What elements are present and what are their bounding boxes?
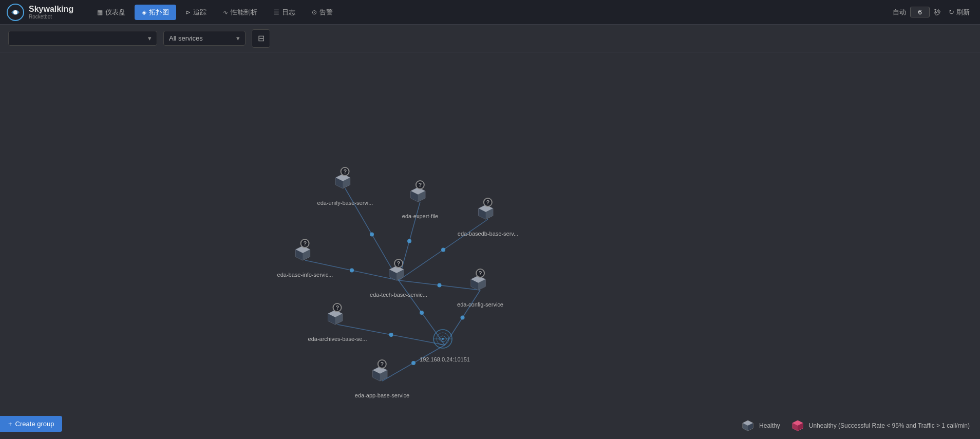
question-badge: ? [394,259,403,268]
seconds-input[interactable] [910,7,930,17]
node-label: eda-expert-file [402,213,438,219]
node-eda-app-base-service[interactable]: ? eda-app-base-service [355,364,409,398]
svg-point-3 [370,233,374,237]
nav-trace[interactable]: ⊳ 追踪 [178,5,214,20]
node-label: eda-app-base-service [355,392,409,398]
service-chevron-icon: ▾ [236,34,240,42]
alert-icon: ⊙ [312,9,317,16]
node-label: eda-base-info-servic... [277,272,333,278]
svg-point-19 [411,361,416,365]
node-eda-unify-base-servi[interactable]: ? eda-unify-base-servi... [317,171,373,206]
question-badge: ? [333,303,342,312]
svg-point-7 [441,248,445,252]
unhealthy-cube-icon [790,418,805,433]
nav-dashboard-label: 仪表盘 [105,8,125,17]
nav-dashboard[interactable]: ▦ 仪表盘 [90,5,133,20]
nav-performance-label: 性能剖析 [231,8,257,17]
question-badge: ? [300,239,310,248]
refresh-label: 刷新 [956,8,970,17]
nav-log[interactable]: ☰ 日志 [267,5,303,20]
node-label: 192.168.0.24:10151 [420,356,470,362]
legend-unhealthy: Unhealthy (Successful Rate < 95% and Tra… [790,418,970,433]
service-select[interactable]: All services ▾ [163,31,246,46]
node-eda-archives-base-se[interactable]: ? eda-archives-base-se... [308,307,367,342]
node-icon-eda-archives-base-se: ? [324,307,351,334]
node-eda-base-info-servic[interactable]: ? eda-base-info-servic... [277,243,333,278]
legend-healthy: Healthy [741,418,780,433]
node-label: eda-basedb-base-serv... [458,231,518,237]
performance-icon: ∿ [223,9,228,16]
header: Skywalking Rocketbot ▦ 仪表盘 ◈ 拓扑图 ⊳ 追踪 ∿ … [0,0,980,25]
legend: Healthy Unhealthy (Successful Rate < 95%… [741,418,970,433]
main-nav: ▦ 仪表盘 ◈ 拓扑图 ⊳ 追踪 ∿ 性能剖析 ☰ 日志 ⊙ 告警 [90,5,893,20]
question-badge: ? [483,198,493,207]
svg-point-17 [461,316,465,320]
header-right: 自动 秒 ↻ 刷新 [893,6,974,19]
node-icon-eda-app-base-service: ? [369,364,395,390]
node-icon-eda-unify-base-servi: ? [332,171,359,198]
node-label: eda-config-service [457,301,503,308]
nav-performance[interactable]: ∿ 性能剖析 [216,5,265,20]
topology-canvas: ? eda-unify-base-servi...? eda-expert-fi… [0,52,980,439]
svg-point-9 [350,269,354,273]
nav-log-label: 日志 [282,8,295,17]
group-chevron-icon: ▾ [148,34,152,42]
seconds-unit: 秒 [934,8,940,17]
node-192.168.0.24:10151[interactable]: 192.168.0.24:10151 [420,328,470,362]
logo-title: Skywalking [29,5,73,14]
create-group-label: Create group [15,420,54,428]
gateway-icon [431,328,458,352]
svg-point-5 [407,239,411,243]
trace-icon: ⊳ [185,9,191,16]
svg-point-15 [389,333,393,337]
layout-icon: ⊟ [258,33,265,43]
node-icon-eda-expert-file: ? [407,184,434,211]
nav-alert-label: 告警 [319,8,333,17]
node-icon-eda-base-info-servic: ? [292,243,318,270]
topology-icon: ◈ [142,9,146,16]
node-eda-basedb-base-serv[interactable]: ? eda-basedb-base-serv... [458,202,518,237]
healthy-label: Healthy [759,422,780,429]
svg-point-1 [13,10,17,14]
service-select-value: All services [169,34,203,42]
logo-subtitle: Rocketbot [29,14,73,20]
group-select[interactable]: ▾ [8,31,157,46]
topology-edges-svg [0,52,980,439]
node-eda-config-service[interactable]: ? eda-config-service [457,273,503,308]
question-badge: ? [476,269,485,278]
refresh-icon: ↻ [949,8,954,16]
refresh-button[interactable]: ↻ 刷新 [945,6,974,19]
log-icon: ☰ [274,9,279,16]
nav-trace-label: 追踪 [193,8,206,17]
create-group-button[interactable]: + Create group [0,416,62,432]
question-badge: ? [341,167,350,176]
node-label: eda-archives-base-se... [308,336,367,342]
svg-point-13 [420,311,424,315]
toolbar: ▾ All services ▾ ⊟ [0,25,980,52]
node-eda-tech-base-servic[interactable]: ? eda-tech-base-servic... [370,263,427,298]
logo-text: Skywalking Rocketbot [29,5,73,20]
create-group-plus-icon: + [8,420,12,428]
question-badge: ? [378,359,387,369]
node-icon-eda-basedb-base-serv: ? [475,202,501,228]
svg-point-51 [442,338,444,340]
svg-point-11 [438,283,442,288]
node-label: eda-tech-base-servic... [370,292,427,298]
nav-topology-label: 拓扑图 [149,8,169,17]
nav-alert[interactable]: ⊙ 告警 [305,5,340,20]
node-eda-expert-file[interactable]: ? eda-expert-file [402,184,438,219]
healthy-cube-icon [741,418,755,433]
unhealthy-label: Unhealthy (Successful Rate < 95% and Tra… [809,422,970,429]
dashboard-icon: ▦ [97,9,103,16]
question-badge: ? [416,180,425,189]
logo: Skywalking Rocketbot [6,3,73,22]
nav-topology[interactable]: ◈ 拓扑图 [135,5,176,20]
node-icon-eda-config-service: ? [467,273,494,299]
skywalking-logo-icon [6,3,25,22]
auto-label: 自动 [893,8,906,17]
node-icon-eda-tech-base-servic: ? [385,263,412,290]
node-label: eda-unify-base-servi... [317,200,373,206]
layout-toggle-button[interactable]: ⊟ [252,29,270,48]
node-icon-192.168.0.24:10151 [431,328,458,354]
